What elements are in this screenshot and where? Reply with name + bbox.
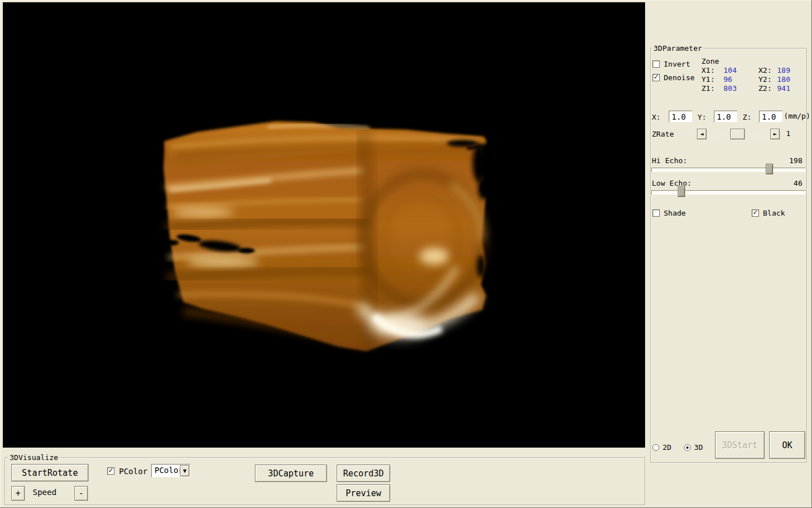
zone-y1-label: Y1: (701, 75, 714, 84)
denoise-checkbox[interactable] (652, 74, 660, 81)
low-echo-slider[interactable] (651, 186, 806, 197)
parameter-group-title: 3DParameter (652, 44, 704, 52)
speed-label: Speed (33, 488, 56, 497)
zrate-scrollbar[interactable]: ◄ ► (697, 129, 780, 139)
x-scale-input[interactable] (669, 111, 692, 122)
zone-z1-label: Z1: (701, 84, 714, 93)
zone-z2-value: 941 (777, 84, 790, 93)
zone-y1-value: 96 (723, 75, 732, 84)
zone-y2-value: 180 (777, 75, 790, 84)
zrate-scroll-right-icon[interactable]: ► (770, 129, 780, 139)
zone-z1-value: 803 (723, 84, 736, 93)
visualize-group-title: 3DVisualize (8, 453, 60, 462)
zone-x2-label: X2: (758, 66, 771, 75)
speed-minus-button[interactable]: - (74, 486, 88, 501)
render-viewport[interactable] (3, 2, 645, 448)
3dcapture-button[interactable]: 3DCapture (255, 465, 327, 482)
shade-checkbox[interactable] (652, 209, 660, 217)
hi-echo-slider[interactable] (651, 164, 806, 174)
shade-label: Shade (664, 209, 686, 218)
black-checkbox[interactable] (752, 209, 759, 217)
low-echo-slider-thumb[interactable] (678, 186, 685, 197)
3dstart-button[interactable]: 3DStart (715, 431, 765, 459)
mode-3d-label: 3D (694, 443, 703, 452)
speed-plus-button[interactable]: + (11, 486, 25, 501)
black-label: Black (763, 209, 785, 218)
zrate-scroll-left-icon[interactable]: ◄ (697, 129, 707, 139)
zrate-label: ZRate (652, 130, 674, 139)
preview-button[interactable]: Preview (337, 484, 390, 502)
mode-3d-radio[interactable] (684, 444, 691, 451)
z-scale-label: Z: (743, 113, 752, 122)
invert-checkbox[interactable] (652, 60, 660, 68)
pcolor-dropdown-arrow-icon[interactable]: ▼ (180, 465, 189, 476)
zone-title: Zone (701, 57, 719, 66)
hi-echo-slider-track[interactable] (651, 168, 806, 172)
record3d-button[interactable]: Record3D (337, 465, 390, 482)
low-echo-slider-track[interactable] (651, 190, 806, 195)
y-scale-label: Y: (698, 113, 707, 122)
ultrasound-volume-render (3, 2, 645, 448)
zone-x2-value: 189 (777, 66, 790, 75)
scale-unit-label: (mm/p) (784, 112, 810, 121)
zrate-scroll-track[interactable] (707, 129, 770, 139)
mode-2d-label: 2D (663, 443, 672, 452)
pcolor-label: PColor (119, 467, 148, 476)
z-scale-input[interactable] (759, 111, 783, 122)
hi-echo-slider-thumb[interactable] (766, 164, 773, 174)
zone-x1-label: X1: (701, 66, 714, 75)
zone-y2-label: Y2: (758, 75, 771, 84)
mode-2d-radio[interactable] (652, 444, 659, 451)
denoise-label: Denoise (664, 73, 695, 82)
pcolor-dropdown-value: PColor (155, 466, 183, 475)
y-scale-input[interactable] (714, 111, 738, 122)
ok-button[interactable]: OK (769, 431, 805, 459)
pcolor-checkbox[interactable] (107, 467, 114, 475)
x-scale-label: X: (652, 113, 661, 122)
pcolor-dropdown[interactable]: PColor ▼ (151, 464, 191, 478)
app-window: 3DParameter Invert Denoise Zone X1: 104 … (0, 0, 812, 508)
invert-label: Invert (664, 60, 690, 69)
zone-x1-value: 104 (723, 66, 736, 75)
zone-z2-label: Z2: (758, 84, 771, 93)
zrate-value: 1 (786, 129, 791, 138)
start-rotate-button[interactable]: StartRotate (11, 464, 89, 481)
zrate-scroll-thumb[interactable] (730, 129, 745, 139)
